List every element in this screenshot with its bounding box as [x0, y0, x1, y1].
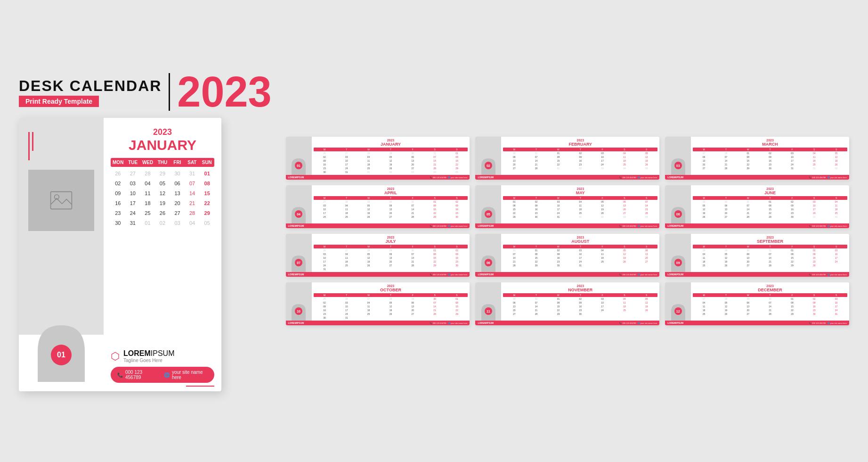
mini-logo: LOREMIPSUM	[288, 176, 304, 179]
mini-badge-jan: 01	[295, 162, 302, 169]
mini-contact: 📞 000 123 456789 🌐 your site name here	[430, 176, 468, 179]
mini-card-january: 01 2023 JANUARY MTWTFSS 26272829303101 0…	[286, 137, 470, 180]
red-underline	[186, 386, 214, 387]
card-footer: ⬡ LOREMIPSUM Tagline Goes Here 📞	[111, 345, 214, 387]
main-container: DESK CALENDAR Print Ready Template 2023	[0, 0, 868, 462]
cal-cell: 26	[155, 208, 170, 218]
cal-cell: 31	[185, 169, 200, 178]
cal-cell: 28	[185, 208, 200, 218]
cal-cell: 20	[170, 198, 185, 208]
mini-card-may: 05 2023 MAY MTWTFSS 01020304050607 08091…	[475, 185, 659, 228]
globe-icon: 🌐	[164, 372, 170, 378]
cal-cell: 01	[200, 169, 214, 178]
cal-cell: 17	[126, 198, 140, 208]
mini-month-jan: JANUARY	[314, 142, 468, 147]
mini-card-march: 03 2023 MARCH MTWTFSS 27280102030405 060…	[665, 137, 849, 180]
contact-bar: 📞 000 123 456789 🌐 your site name here	[111, 367, 214, 383]
cal-cell: 16	[111, 198, 125, 208]
mini-footer-jan: LOREMIPSUM 📞 000 123 456789 🌐 your site …	[286, 175, 470, 180]
mini-card-september: 09 2023 SEPTEMBER MTWTFSS 28293031010203…	[665, 234, 849, 277]
cal-cell: 28	[140, 169, 155, 178]
cal-cell: 22	[200, 198, 214, 208]
logo-name: LOREMIPSUM	[123, 349, 174, 358]
logo-suffix: IPSUM	[151, 349, 175, 357]
cal-cell: 15	[200, 189, 214, 198]
title-block: DESK CALENDAR Print Ready Template	[19, 77, 162, 107]
mini-left-feb: 02	[475, 137, 501, 175]
mini-cal-header-jan: MTWTFSS	[314, 148, 468, 151]
cal-cell: 05	[155, 179, 170, 188]
mini-right-jan: 2023 JANUARY MTWTFSS 26272829303101 0203…	[312, 137, 470, 175]
cal-cell: 01	[140, 218, 155, 228]
print-ready-badge: Print Ready Template	[19, 96, 99, 107]
cal-cell: 02	[111, 179, 125, 188]
cal-cell: 11	[140, 189, 155, 198]
cal-cell: 29	[155, 169, 170, 178]
cal-header-tue: TUE	[125, 160, 140, 165]
svg-rect-0	[51, 192, 72, 209]
mini-card-april: 04 2023 APRIL MTWTFSS 27282930310102 030…	[286, 185, 470, 228]
image-placeholder	[28, 170, 94, 231]
cal-cell: 08	[200, 179, 214, 188]
cal-cell: 21	[185, 198, 200, 208]
cal-cell: 23	[111, 208, 125, 218]
cal-cell: 13	[170, 189, 185, 198]
phone-icon: 📞	[117, 372, 123, 378]
mini-card-november: 11 2023 NOVEMBER MTWTFSS 30310102030405 …	[475, 282, 659, 325]
h4: T	[380, 148, 402, 151]
mini-card-october: 10 2023 OCTOBER MTWTFSS 25262728293001 0…	[286, 282, 470, 325]
mini-card-december: 12 2023 DECEMBER MTWTFSS 27282930010203 …	[665, 282, 849, 325]
tagline: Tagline Goes Here	[123, 358, 174, 363]
cal-cell: 03	[126, 179, 140, 188]
cal-cell: 25	[140, 208, 155, 218]
mini-left-jan: 01	[286, 137, 312, 175]
h1: M	[314, 148, 336, 151]
logo-icon: ⬡	[111, 350, 120, 363]
phone-item: 📞 000 123 456789	[117, 370, 154, 380]
cal-cell: 30	[170, 169, 185, 178]
cal-cell: 10	[126, 189, 140, 198]
cal-cell: 02	[155, 218, 170, 228]
cal-cell: 03	[170, 218, 185, 228]
logo-text-block: LOREMIPSUM Tagline Goes Here	[123, 349, 174, 363]
cal-cell: 06	[170, 179, 185, 188]
mini-card-february: 02 2023 FEBRUARY MTWTFSS 30310102030405 …	[475, 137, 659, 180]
website-text: your site name here	[172, 370, 208, 380]
cal-cell: 18	[140, 198, 155, 208]
phone-number: 000 123 456789	[125, 370, 154, 380]
h5: F	[402, 148, 424, 151]
cal-header-fri: FRI	[170, 160, 185, 165]
cal-header-mon: MON	[111, 160, 125, 165]
cal-cell: 04	[140, 179, 155, 188]
header-title: DESK CALENDAR Print Ready Template 2023	[19, 71, 272, 113]
cal-header-wed: WED	[140, 160, 155, 165]
mini-card-june: 06 2023 JUNE MTWTFSS 29303101020304 0506…	[665, 185, 849, 228]
month-number-badge: 01	[51, 345, 72, 365]
cal-cell: 09	[111, 189, 125, 198]
cal-cell: 29	[200, 208, 214, 218]
logo-area: ⬡ LOREMIPSUM Tagline Goes Here	[111, 349, 214, 363]
accent-line-2	[32, 132, 33, 151]
cal-header-row: MON TUE WED THU FRI SAT SUN	[111, 158, 214, 167]
mini-badge-feb: 02	[485, 162, 492, 169]
mini-year-jan: 2023	[314, 139, 468, 142]
mini-card-august: 08 2023 AUGUST MTWTFSS 31010203040506 07…	[475, 234, 659, 277]
cal-cell: 26	[111, 169, 125, 178]
logo-bold: LOREM	[123, 349, 151, 357]
left-panel: DESK CALENDAR Print Ready Template 2023	[19, 71, 272, 391]
cal-cell: 27	[170, 208, 185, 218]
mini-calendar-grid: 01 2023 JANUARY MTWTFSS 26272829303101 0…	[286, 137, 849, 325]
h2: T	[335, 148, 357, 151]
cal-year: 2023	[111, 127, 214, 137]
cal-cell: 19	[155, 198, 170, 208]
mini-card-july: 07 2023 JULY MTWTFSS 26272829300102 0304…	[286, 234, 470, 277]
h6: S	[424, 148, 446, 151]
desk-calendar-label: DESK CALENDAR	[19, 77, 162, 95]
card-left-strip: 01	[19, 118, 104, 391]
vertical-divider	[169, 73, 170, 111]
cal-header-sat: SAT	[185, 160, 199, 165]
cal-cell: 07	[185, 179, 200, 188]
year-label: 2023	[177, 71, 271, 113]
website-item: 🌐 your site name here	[164, 370, 208, 380]
cal-header-sun: SUN	[200, 160, 214, 165]
